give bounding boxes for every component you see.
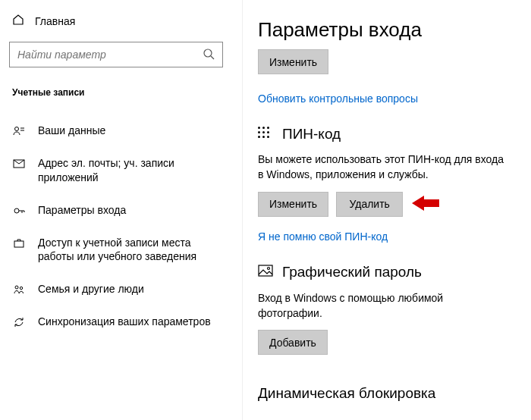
sidebar-item-label: Параметры входа <box>38 203 126 218</box>
svg-line-1 <box>211 56 214 59</box>
key-icon <box>12 205 26 217</box>
main-content: Параметры входа Изменить Обновить контро… <box>243 0 531 420</box>
picture-password-title: Графический пароль <box>282 264 422 281</box>
briefcase-icon <box>12 237 26 249</box>
svg-point-2 <box>15 127 19 131</box>
picture-password-header: Графический пароль <box>258 264 531 281</box>
svg-point-12 <box>20 287 22 290</box>
page-title: Параметры входа <box>258 18 531 42</box>
sidebar-item-family[interactable]: Семья и другие люди <box>9 273 223 306</box>
pin-description: Вы можете использовать этот ПИН-код для … <box>258 152 508 183</box>
sidebar-item-label: Семья и другие люди <box>38 282 144 296</box>
update-questions-link[interactable]: Обновить контрольные вопросы <box>258 92 531 105</box>
dynamic-lock-title: Динамическая блокировка <box>258 385 531 402</box>
svg-marker-13 <box>412 196 439 211</box>
category-title: Учетные записи <box>9 87 242 98</box>
forgot-pin-link[interactable]: Я не помню свой ПИН-код <box>258 230 388 243</box>
home-label: Главная <box>35 15 75 27</box>
sidebar-item-sync[interactable]: Синхронизация ваших параметров <box>9 306 223 338</box>
add-button[interactable]: Добавить <box>258 330 328 355</box>
change-button-top[interactable]: Изменить <box>258 49 328 74</box>
search-box[interactable] <box>9 42 223 67</box>
svg-point-11 <box>15 286 18 289</box>
people-icon <box>12 284 26 296</box>
svg-rect-10 <box>14 241 24 247</box>
person-icon <box>12 125 26 137</box>
sidebar-item-label: Адрес эл. почты; уч. записи приложений <box>38 156 220 185</box>
sync-icon <box>12 316 26 328</box>
sidebar-item-label: Ваши данные <box>38 124 105 138</box>
svg-rect-14 <box>259 265 272 276</box>
pin-change-button[interactable]: Изменить <box>258 192 328 217</box>
svg-point-6 <box>14 208 19 213</box>
sidebar-item-label: Доступ к учетной записи места работы или… <box>38 236 220 265</box>
svg-point-0 <box>204 49 212 57</box>
search-input[interactable] <box>17 49 203 61</box>
picture-icon <box>258 264 273 281</box>
home-icon <box>12 14 24 28</box>
search-icon <box>203 48 215 62</box>
arrow-marker-icon <box>403 194 439 215</box>
svg-point-15 <box>268 267 270 269</box>
pin-pad-icon <box>258 127 273 142</box>
pin-title: ПИН-код <box>282 126 341 143</box>
sidebar-item-email[interactable]: Адрес эл. почты; уч. записи приложений <box>9 147 223 194</box>
sidebar-item-work-access[interactable]: Доступ к учетной записи места работы или… <box>9 227 223 274</box>
picture-password-description: Вход в Windows с помощью любимой фотогра… <box>258 290 508 321</box>
pin-delete-button[interactable]: Удалить <box>336 192 403 217</box>
pin-section-header: ПИН-код <box>258 126 531 143</box>
home-nav-item[interactable]: Главная <box>9 14 242 28</box>
settings-sidebar: Главная Учетные записи Ваши данные Адрес… <box>0 0 243 420</box>
sidebar-item-your-info[interactable]: Ваши данные <box>9 114 223 147</box>
sidebar-item-signin-options[interactable]: Параметры входа <box>9 194 223 227</box>
sidebar-item-label: Синхронизация ваших параметров <box>38 315 211 329</box>
email-icon <box>12 158 26 170</box>
